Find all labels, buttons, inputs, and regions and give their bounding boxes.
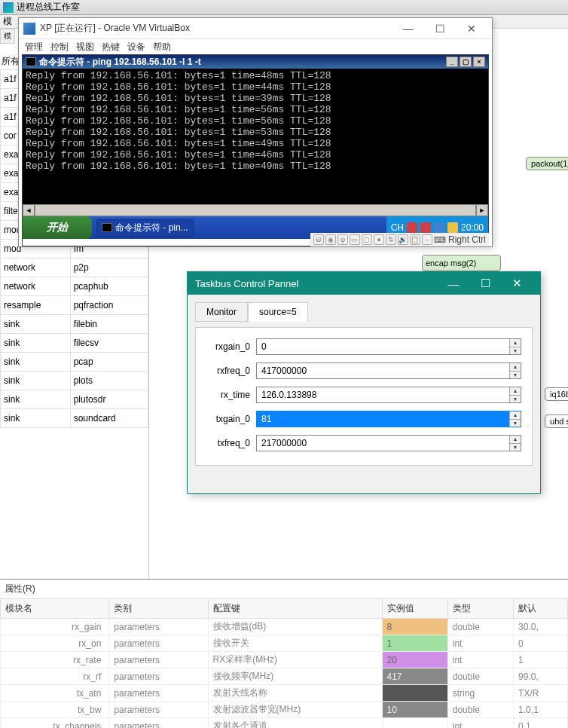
- taskbar-item-label: 命令提示符 - pin...: [115, 222, 188, 234]
- property-row[interactable]: rx_rfparameters接收频率(MHz)417double99.0,: [1, 668, 568, 685]
- tb-close-button[interactable]: ✕: [501, 272, 533, 295]
- column-header[interactable]: 配置键: [208, 599, 382, 619]
- menu-item[interactable]: 设备: [127, 41, 145, 53]
- param-input[interactable]: [257, 411, 509, 427]
- param-label: rxfreq_0: [206, 366, 256, 376]
- step-down-button[interactable]: ▼: [510, 347, 521, 355]
- param-input[interactable]: [257, 363, 509, 378]
- tb-maximize-button[interactable]: ☐: [469, 272, 501, 295]
- cmd-close-button[interactable]: ×: [473, 57, 485, 67]
- module-row[interactable]: sinkplutosdr: [1, 390, 148, 409]
- property-cell: TX/R: [514, 685, 568, 702]
- module-row[interactable]: networkp2p: [1, 258, 148, 277]
- guest-display[interactable]: 命令提示符 - ping 192.168.56.101 -l 1 -t _ ▢ …: [22, 54, 489, 246]
- step-down-button[interactable]: ▼: [510, 420, 521, 427]
- module-row[interactable]: sinksoundcard: [1, 409, 148, 428]
- column-header[interactable]: 类别: [109, 599, 208, 619]
- param-input[interactable]: [257, 436, 509, 451]
- vb-titlebar[interactable]: XP [正在运行] - Oracle VM VirtualBox — ☐ ✕: [19, 18, 492, 39]
- param-label: txfreq_0: [206, 438, 256, 448]
- tb-minimize-button[interactable]: —: [438, 272, 469, 295]
- tab-source[interactable]: source=5: [248, 302, 308, 322]
- step-up-button[interactable]: ▲: [510, 387, 521, 396]
- cmd-minimize-button[interactable]: _: [446, 57, 458, 67]
- param-input[interactable]: [257, 387, 509, 402]
- property-row[interactable]: rx_gainparameters接收增益(dB)8double30.0,: [1, 619, 568, 635]
- property-cell: 417: [382, 668, 447, 685]
- node-packout[interactable]: packout(1): [526, 157, 568, 170]
- column-header[interactable]: 模块名: [1, 599, 109, 619]
- side-tab[interactable]: 模: [0, 29, 15, 44]
- tray-volume-icon[interactable]: [447, 222, 458, 233]
- step-down-button[interactable]: ▼: [510, 372, 521, 379]
- property-cell: rx_on: [1, 635, 109, 652]
- step-up-button[interactable]: ▲: [510, 411, 521, 420]
- property-row[interactable]: tx_channelsparameters发射各个通道int0,1: [1, 718, 568, 729]
- module-row[interactable]: sinkpcap: [1, 353, 148, 372]
- scroll-right-icon[interactable]: ►: [476, 204, 488, 216]
- property-cell: 30.0,: [514, 619, 568, 635]
- tray-alert-icon[interactable]: [407, 222, 417, 233]
- module-row[interactable]: networkpcaphub: [1, 277, 148, 296]
- property-row[interactable]: tx_bwparameters发射滤波器带宽(MHz)10double1.0,1: [1, 702, 568, 718]
- maximize-button[interactable]: ☐: [424, 19, 456, 38]
- module-row[interactable]: sinkfilebin: [1, 315, 148, 334]
- spinbox[interactable]: ▲▼: [256, 362, 521, 379]
- property-row[interactable]: rx_rateparametersRX采样率(MHz)20int1: [1, 652, 568, 668]
- virtualbox-window[interactable]: XP [正在运行] - Oracle VM VirtualBox — ☐ ✕ 管…: [18, 17, 493, 247]
- module-cell: filecsv: [70, 334, 148, 353]
- step-up-button[interactable]: ▲: [510, 436, 521, 444]
- property-cell: 发射滤波器带宽(MHz): [208, 702, 382, 718]
- tray-shield-icon[interactable]: [420, 222, 431, 233]
- tray-clock[interactable]: 20:00: [461, 222, 484, 233]
- param-input[interactable]: [257, 339, 509, 354]
- tray-lang[interactable]: CH: [391, 222, 404, 233]
- tab-monitor[interactable]: Monitor: [195, 302, 248, 322]
- cmd-scrollbar[interactable]: ◄ ►: [23, 204, 488, 216]
- main-titlebar[interactable]: 进程总线工作室: [0, 0, 568, 15]
- property-row[interactable]: rx_onparameters接收开关1int0: [1, 635, 568, 652]
- minimize-button[interactable]: —: [392, 19, 424, 38]
- step-down-button[interactable]: ▼: [510, 396, 521, 403]
- tray-network-icon[interactable]: [434, 222, 444, 233]
- cmd-maximize-button[interactable]: ▢: [460, 57, 472, 67]
- cmd-titlebar[interactable]: 命令提示符 - ping 192.168.56.101 -l 1 -t _ ▢ …: [23, 55, 488, 69]
- module-row[interactable]: sinkfilecsv: [1, 334, 148, 353]
- column-header[interactable]: 默认: [514, 599, 568, 619]
- taskbus-window[interactable]: Taskbus Control Pannel — ☐ ✕ Monitor sou…: [187, 271, 541, 494]
- property-cell: 20: [382, 652, 447, 668]
- scroll-left-icon[interactable]: ◄: [23, 204, 35, 216]
- start-button[interactable]: 开始: [23, 216, 92, 239]
- taskbar-cmd-icon: [102, 223, 112, 232]
- spinbox[interactable]: ▲▼: [256, 411, 521, 427]
- column-header[interactable]: 类型: [447, 599, 513, 619]
- menu-item[interactable]: 管理: [25, 41, 43, 53]
- menu-item[interactable]: 帮助: [153, 41, 171, 53]
- node-iq16b[interactable]: iq16b: [545, 387, 568, 401]
- spinbox[interactable]: ▲▼: [256, 435, 521, 451]
- spinbox[interactable]: ▲▼: [256, 387, 521, 403]
- node-uhds[interactable]: uhd s: [545, 414, 568, 428]
- step-up-button[interactable]: ▲: [510, 339, 521, 347]
- module-row[interactable]: resamplepqfraction: [1, 296, 148, 315]
- vb-icon: [23, 23, 35, 35]
- column-header[interactable]: 实例值: [382, 599, 447, 619]
- module-cell: soundcard: [70, 409, 148, 428]
- tb-titlebar[interactable]: Taskbus Control Pannel — ☐ ✕: [188, 272, 540, 295]
- status-net-icon: ⇅: [386, 234, 396, 245]
- menu-item[interactable]: 视图: [76, 41, 94, 53]
- taskbar-item-cmd[interactable]: 命令提示符 - pin...: [96, 219, 194, 237]
- step-down-button[interactable]: ▼: [510, 444, 521, 451]
- status-cd-icon: ◉: [325, 234, 336, 245]
- step-up-button[interactable]: ▲: [510, 363, 521, 372]
- property-cell: 1: [514, 652, 568, 668]
- menu-item[interactable]: 热键: [102, 41, 120, 53]
- scroll-track[interactable]: [35, 204, 476, 216]
- module-row[interactable]: sinkplots: [1, 372, 148, 390]
- spinbox[interactable]: ▲▼: [256, 338, 521, 355]
- close-button[interactable]: ✕: [456, 19, 487, 38]
- menu-item[interactable]: 控制: [50, 41, 69, 53]
- node-encap[interactable]: encap msg(2): [422, 255, 501, 271]
- property-row[interactable]: tx_atnparameters发射天线名称stringTX/R: [1, 685, 568, 702]
- vb-statusbar: ⛁ ◉ ψ ▭ ▢ ● ⇅ 🔊 📋 ↔ ⌨ Right Ctrl: [310, 233, 489, 246]
